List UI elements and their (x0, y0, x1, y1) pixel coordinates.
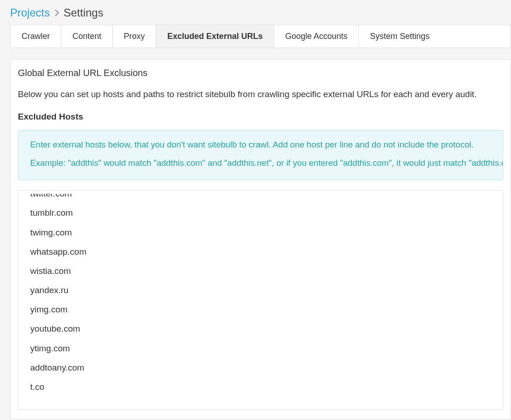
excluded-hosts-label: Excluded Hosts (18, 112, 503, 122)
tab-content[interactable]: Content (61, 25, 112, 48)
settings-panel: Global External URL Exclusions Below you… (10, 59, 511, 420)
tabs: Crawler Content Proxy Excluded External … (10, 25, 511, 48)
host-line: wistia.com (30, 262, 491, 281)
tab-crawler[interactable]: Crawler (10, 25, 61, 48)
tab-system-settings[interactable]: System Settings (358, 25, 440, 48)
host-line: yimg.com (30, 300, 491, 319)
host-line-highlighted: t.co (30, 377, 491, 397)
host-line: youtube.com (30, 319, 491, 338)
host-line: tumblr.com (30, 203, 491, 223)
breadcrumb-current: Settings (64, 6, 104, 19)
host-line: addtoany.com (30, 358, 491, 377)
info-line-1: Enter external hosts below, that you don… (30, 139, 491, 151)
host-line: twimg.com (30, 223, 491, 242)
host-line: whatsapp.com (30, 242, 491, 262)
info-box: Enter external hosts below, that you don… (18, 130, 503, 180)
host-line: yandex.ru (30, 281, 491, 300)
tab-google-accounts[interactable]: Google Accounts (274, 25, 358, 48)
excluded-hosts-textarea[interactable]: twitter.com tumblr.com twimg.com whatsap… (18, 190, 503, 410)
panel-title: Global External URL Exclusions (18, 68, 503, 78)
breadcrumb-projects-link[interactable]: Projects (10, 6, 50, 19)
tab-proxy[interactable]: Proxy (112, 25, 156, 48)
chevron-right-icon (55, 9, 59, 16)
tab-excluded-external-urls[interactable]: Excluded External URLs (156, 25, 274, 48)
info-line-2: Example: "addthis" would match "addthis.… (30, 157, 491, 169)
host-line: twitter.com (30, 190, 491, 203)
panel-description: Below you can set up hosts and paths to … (18, 88, 503, 101)
breadcrumb: Projects Settings (0, 0, 511, 25)
host-line: ytimg.com (30, 339, 491, 358)
